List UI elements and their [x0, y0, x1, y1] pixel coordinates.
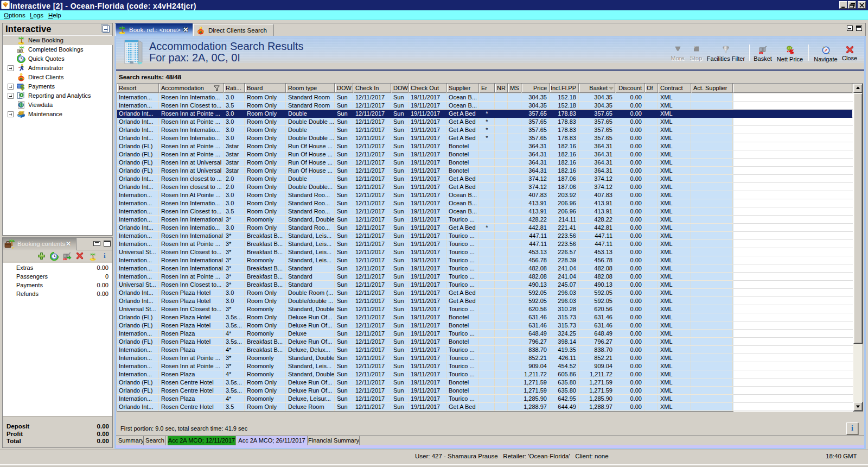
svg-text:$: $	[21, 84, 24, 91]
